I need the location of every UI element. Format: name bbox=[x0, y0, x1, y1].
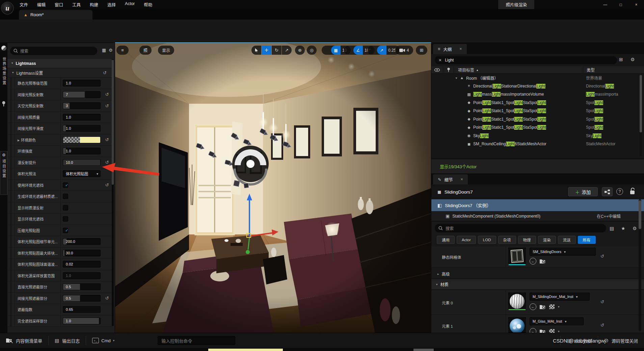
reset-icon[interactable] bbox=[105, 92, 109, 97]
materials-section-header[interactable]: ▾ 材质 bbox=[431, 279, 644, 290]
material-options-icon[interactable] bbox=[549, 304, 555, 309]
project-settings-dock-tab[interactable]: ⚙ 项目设置 bbox=[0, 151, 7, 195]
close-icon[interactable]: × bbox=[459, 47, 462, 51]
help-icon[interactable]: ? bbox=[616, 188, 623, 195]
use-selected-asset-icon[interactable]: ← bbox=[530, 258, 536, 265]
browse-to-asset-icon[interactable] bbox=[540, 258, 546, 264]
reset-icon[interactable] bbox=[600, 254, 604, 259]
viewport-lit-mode-pill[interactable]: 照 bbox=[139, 46, 152, 55]
restore-icon[interactable]: □ bbox=[613, 0, 628, 9]
menu-item[interactable]: 帮助 bbox=[144, 1, 152, 8]
close-icon[interactable]: × bbox=[461, 177, 463, 182]
menu-item[interactable]: 构建 bbox=[90, 1, 98, 8]
property-value-field[interactable]: 30.0 bbox=[63, 250, 101, 256]
cmd-dropdown[interactable]: >_ Cmd ▾ bbox=[86, 333, 120, 348]
profile-icon[interactable] bbox=[1, 46, 6, 51]
viewport-show-pill[interactable]: 显示 bbox=[158, 46, 174, 55]
property-value-field[interactable] bbox=[63, 182, 68, 188]
property-value-field[interactable]: 1.0 bbox=[63, 272, 101, 279]
select-tool[interactable] bbox=[251, 46, 261, 55]
lightmass-settings-subheader[interactable]: ▴ Lightmass设置 bbox=[7, 68, 113, 78]
property-value-field[interactable]: 1.0 bbox=[63, 114, 101, 121]
lightmass-section-header[interactable]: ▴ Lightmass bbox=[7, 59, 113, 68]
unreal-logo-icon[interactable]: u bbox=[1, 2, 14, 15]
property-value-field[interactable]: 0.5 bbox=[63, 283, 101, 290]
pin-icon[interactable] bbox=[2, 101, 6, 107]
add-component-button[interactable]: ＋添加 bbox=[568, 187, 598, 196]
property-value-field[interactable] bbox=[63, 205, 68, 210]
reset-icon[interactable] bbox=[105, 182, 109, 187]
details-tab[interactable]: ✎ 细节 × bbox=[433, 174, 468, 184]
property-value-field[interactable]: 3 bbox=[63, 102, 101, 109]
property-value-field[interactable]: 1.0 bbox=[63, 80, 101, 86]
outliner-row[interactable]: ◆ PointLightStatic1_SpotLightStaSpotLigh… bbox=[431, 115, 644, 124]
camera-speed-pill[interactable]: 4 bbox=[395, 46, 413, 55]
favorites-icon[interactable]: ★ bbox=[621, 226, 625, 231]
use-selected-asset-icon[interactable]: ← bbox=[530, 328, 536, 333]
level-tab[interactable]: ▲ Room* bbox=[19, 10, 92, 20]
expander-icon[interactable] bbox=[18, 138, 20, 142]
outliner-row[interactable]: ◉ SkyLight SkyLight bbox=[431, 132, 644, 140]
clear-search-icon[interactable]: × bbox=[439, 57, 441, 63]
outliner-settings-icon[interactable]: ⚙ bbox=[630, 57, 635, 62]
property-value-field[interactable]: 10.0 bbox=[63, 159, 101, 166]
details-search-input[interactable]: 搜索 bbox=[435, 224, 606, 232]
expander-icon[interactable] bbox=[455, 75, 458, 80]
add-folder-icon[interactable]: ⊞ bbox=[619, 57, 623, 62]
material-0-thumbnail[interactable] bbox=[508, 293, 526, 310]
outliner-row[interactable]: ◆ PointLightStatic1_SpotLightStaSpotLigh… bbox=[431, 123, 644, 132]
filter-chip[interactable]: Actor bbox=[457, 236, 476, 244]
content-drawer-button[interactable]: 内容侧滑菜单 bbox=[0, 333, 48, 348]
world-settings-dock-tab[interactable]: 世界场景设置 bbox=[1, 57, 7, 85]
close-icon[interactable]: × bbox=[628, 0, 644, 9]
property-value-field[interactable]: 1.0 bbox=[63, 318, 101, 324]
move-tool[interactable]: ✛ bbox=[262, 46, 271, 55]
output-log-button[interactable]: ▤ 输出日志 bbox=[49, 333, 86, 348]
static-mesh-thumbnail[interactable] bbox=[508, 248, 526, 265]
maximize-viewport-icon[interactable]: ⊞ bbox=[416, 46, 427, 55]
filter-chip[interactable]: 流送 bbox=[558, 236, 576, 244]
filter-chip[interactable]: 杂项 bbox=[498, 236, 516, 244]
menu-item[interactable]: 窗口 bbox=[55, 1, 63, 8]
outliner-search-input[interactable]: × Light bbox=[435, 56, 617, 64]
world-space-toggle-icon[interactable]: ⊕ bbox=[295, 46, 305, 55]
use-selected-asset-icon[interactable]: ← bbox=[530, 303, 536, 310]
viewport-3d-scene[interactable] bbox=[115, 43, 431, 333]
unlock-icon[interactable] bbox=[630, 187, 636, 195]
panel-settings-icon[interactable]: ⚙ bbox=[109, 48, 113, 53]
visibility-column-icon[interactable] bbox=[431, 66, 443, 73]
property-value-field[interactable]: 0.5 bbox=[63, 295, 101, 302]
console-command-input[interactable]: 输入控制台命令 bbox=[158, 336, 235, 345]
material-1-dropdown[interactable]: M_Glas_MAt_Inst bbox=[530, 317, 584, 325]
rotate-tool[interactable]: ↻ bbox=[272, 46, 281, 55]
reset-icon[interactable] bbox=[105, 103, 109, 108]
menu-item[interactable]: 编辑 bbox=[37, 1, 46, 8]
menu-item[interactable]: 工具 bbox=[72, 1, 81, 8]
property-value-field[interactable]: 7 bbox=[63, 91, 101, 98]
reset-icon[interactable] bbox=[105, 296, 109, 301]
reset-icon[interactable] bbox=[600, 323, 604, 328]
outliner-row[interactable]: ☀ DirectionalLightStationarDirectionalLi… bbox=[431, 82, 644, 91]
details-settings-icon[interactable]: ⚙ bbox=[633, 226, 637, 231]
view-options-icon[interactable]: ▦ bbox=[102, 48, 106, 53]
property-value-field[interactable]: 1.0 bbox=[63, 125, 101, 132]
blueprint-convert-button[interactable] bbox=[602, 187, 613, 196]
property-value-field[interactable]: 200.0 bbox=[63, 238, 101, 245]
reset-icon[interactable] bbox=[600, 299, 604, 304]
menu-item[interactable]: 文件 bbox=[20, 1, 28, 8]
component-row[interactable]: ▣ StaticMeshComponent (StaticMeshCompone… bbox=[431, 211, 644, 221]
browse-to-asset-icon[interactable] bbox=[540, 304, 546, 309]
reset-icon[interactable] bbox=[105, 137, 109, 142]
property-value-field[interactable] bbox=[63, 136, 101, 143]
minimize-icon[interactable]: — bbox=[597, 0, 613, 9]
material-options-icon[interactable] bbox=[549, 329, 555, 333]
type-column-header[interactable]: 类型 bbox=[583, 66, 644, 73]
display-options-icon[interactable]: ▤ bbox=[610, 226, 614, 231]
outliner-row[interactable]: ▲ Room （编辑器） 世界场景 bbox=[431, 74, 644, 82]
property-value-field[interactable]: 0.65 bbox=[63, 306, 101, 313]
menu-item[interactable]: Actor bbox=[125, 1, 135, 8]
surface-snap-icon[interactable]: ◎ bbox=[307, 46, 317, 55]
scale-tool[interactable]: ↗ bbox=[282, 46, 292, 55]
property-value-field[interactable] bbox=[63, 228, 68, 233]
filter-chip[interactable]: 渲染 bbox=[538, 236, 556, 244]
